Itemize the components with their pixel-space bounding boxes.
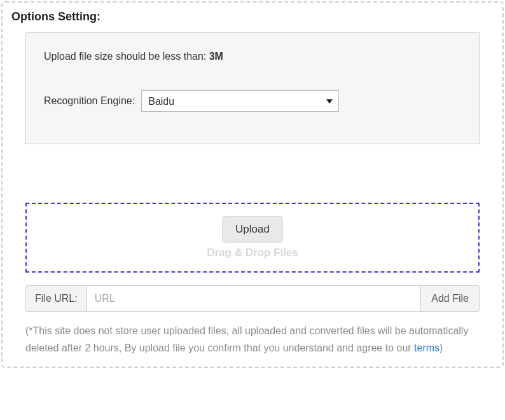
disclaimer-after: ) <box>439 342 443 353</box>
options-setting-container: Options Setting: Upload file size should… <box>1 1 504 368</box>
recognition-engine-row: Recognition Engine: Baidu <box>44 90 461 112</box>
file-url-input[interactable] <box>86 285 422 312</box>
disclaimer-before: (*This site does not store user uploaded… <box>25 325 468 353</box>
file-url-label: File URL: <box>25 285 86 312</box>
terms-link[interactable]: terms <box>414 342 439 353</box>
options-panel: Upload file size should be less than: 3M… <box>25 32 480 144</box>
recognition-engine-select-wrap: Baidu <box>141 90 339 112</box>
file-drop-zone[interactable]: Upload Drag & Drop Files <box>25 203 480 273</box>
file-url-row: File URL: Add File <box>25 285 480 312</box>
recognition-engine-select[interactable]: Baidu <box>141 90 339 112</box>
upload-size-note: Upload file size should be less than: 3M <box>44 51 461 62</box>
add-file-button[interactable]: Add File <box>421 285 480 312</box>
drop-hint: Drag & Drop Files <box>207 247 298 259</box>
upload-note-prefix: Upload file size should be less than: <box>44 51 209 62</box>
recognition-engine-label: Recognition Engine: <box>44 95 135 107</box>
upload-button[interactable]: Upload <box>222 216 283 243</box>
upload-size-limit: 3M <box>209 51 223 62</box>
section-title: Options Setting: <box>11 10 494 24</box>
disclaimer-text: (*This site does not store user uploaded… <box>25 322 480 356</box>
